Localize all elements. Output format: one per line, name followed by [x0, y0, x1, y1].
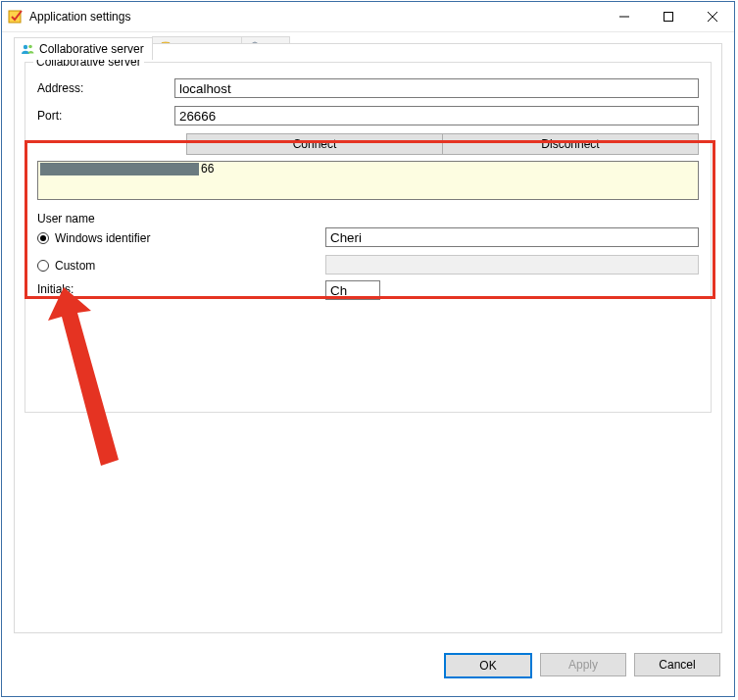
address-input[interactable]	[174, 78, 699, 98]
connect-button[interactable]: Connect	[186, 133, 443, 155]
address-label: Address:	[37, 81, 174, 95]
minimize-button[interactable]	[602, 2, 646, 31]
close-button[interactable]	[690, 2, 734, 31]
username-input[interactable]	[325, 227, 699, 247]
status-text-suffix: 66	[201, 162, 214, 175]
cancel-button[interactable]: Cancel	[634, 653, 720, 676]
users-icon	[21, 42, 34, 56]
svg-point-6	[28, 45, 32, 49]
app-settings-window: Application settings Collaborative serve…	[1, 1, 735, 697]
port-label: Port:	[37, 109, 174, 123]
dialog-footer: OK Apply Cancel	[444, 653, 720, 678]
radio-label: Custom	[55, 259, 95, 273]
tab-collaborative-server[interactable]: Collaborative server	[14, 37, 153, 60]
radio-label: Windows identifier	[55, 231, 150, 245]
window-title: Application settings	[29, 10, 130, 24]
disconnect-button[interactable]: Disconnect	[442, 133, 699, 155]
redacted-text	[40, 163, 199, 175]
tab-label: Collaborative server	[39, 42, 144, 56]
custom-username-input	[325, 255, 699, 275]
collaborative-server-group: Collaborative server Address: Port: Conn…	[25, 62, 712, 413]
radio-icon	[37, 260, 49, 272]
svg-point-5	[24, 45, 27, 49]
port-input[interactable]	[174, 106, 699, 125]
ok-button[interactable]: OK	[444, 653, 532, 678]
initials-input[interactable]	[325, 280, 380, 300]
titlebar: Application settings	[2, 2, 734, 32]
connection-status: 66	[37, 161, 699, 200]
username-legend: User name	[37, 212, 699, 225]
tab-content: Collaborative server Address: Port: Conn…	[14, 43, 722, 633]
svg-rect-2	[664, 13, 672, 22]
radio-icon	[37, 232, 49, 244]
app-icon	[8, 9, 24, 25]
maximize-button[interactable]	[646, 2, 690, 31]
apply-button: Apply	[540, 653, 626, 676]
